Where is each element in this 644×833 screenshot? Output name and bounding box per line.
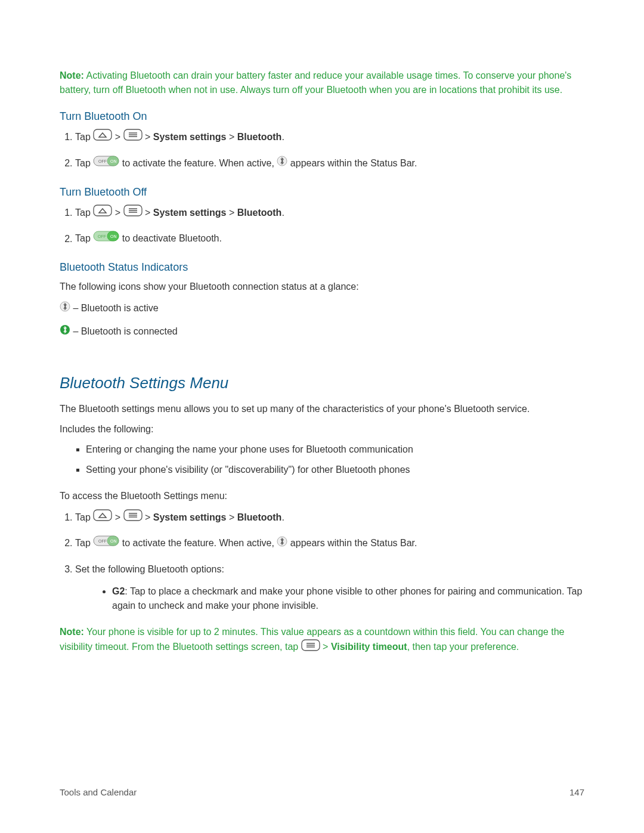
- turn-off-step-2: Tap OFFON to deactivate Bluetooth.: [75, 230, 584, 248]
- text-tap: Tap: [75, 132, 91, 142]
- page-footer: Tools and Calendar 147: [60, 787, 584, 797]
- home-icon: [93, 129, 112, 147]
- text-tap: Tap: [75, 512, 91, 522]
- heading-turn-off: Turn Bluetooth Off: [60, 186, 584, 199]
- indicators-intro: The following icons show your Bluetooth …: [60, 280, 584, 294]
- menu-icon: [123, 509, 143, 527]
- note-label: Note:: [60, 627, 84, 637]
- menu-icon: [123, 205, 143, 222]
- bluetooth-active-icon: [277, 155, 287, 172]
- note-label: Note:: [60, 70, 84, 80]
- page-container: Note: Activating Bluetooth can drain you…: [0, 0, 644, 833]
- settings-intro: The Bluetooth settings menu allows you t…: [60, 402, 584, 416]
- turn-on-step-2: Tap OFFON to activate the feature. When …: [75, 155, 584, 173]
- text-bluetooth: Bluetooth: [237, 208, 282, 218]
- toggle-off-on-icon: OFFON: [93, 535, 119, 553]
- note-visibility-timeout: Note: Your phone is visible for up to 2 …: [60, 625, 584, 655]
- text-tap: Tap: [75, 234, 91, 244]
- text-statusbar: appears within the Status Bar.: [290, 158, 417, 168]
- indicator-active-text: – Bluetooth is active: [73, 303, 158, 313]
- includes-item-2: Setting your phone's visibility (or "dis…: [86, 463, 584, 477]
- text-statusbar: appears within the Status Bar.: [290, 538, 417, 548]
- settings-access: To access the Bluetooth Settings menu:: [60, 489, 584, 503]
- text-bluetooth: Bluetooth: [237, 132, 282, 142]
- svg-text:ON: ON: [110, 159, 117, 163]
- sep: >: [115, 132, 120, 142]
- text-set-options: Set the following Bluetooth options:: [75, 564, 224, 574]
- settings-step-1: Tap > > System settings > Bluetooth.: [75, 509, 584, 527]
- text-bluetooth: Bluetooth: [237, 512, 282, 522]
- settings-step-3: Set the following Bluetooth options: G2:…: [75, 561, 584, 613]
- svg-text:OFF: OFF: [98, 234, 106, 239]
- settings-includes-list: Entering or changing the name your phone…: [60, 442, 584, 477]
- sep: >: [229, 132, 234, 142]
- turn-on-step-1: Tap > > System settings > Bluetooth.: [75, 129, 584, 147]
- svg-rect-0: [94, 129, 112, 140]
- toggle-off-on-icon: OFFON: [93, 155, 119, 173]
- svg-text:ON: ON: [110, 234, 117, 239]
- sep: >: [229, 208, 234, 218]
- svg-rect-21: [94, 510, 112, 521]
- turn-off-steps: Tap > > System settings > Bluetooth. Tap…: [60, 205, 584, 249]
- sep: >: [145, 132, 150, 142]
- turn-on-steps: Tap > > System settings > Bluetooth. Tap…: [60, 129, 584, 173]
- menu-icon: [301, 639, 320, 655]
- sep: >: [145, 208, 150, 218]
- includes-item-1: Entering or changing the name your phone…: [86, 442, 584, 457]
- sep: >: [323, 642, 328, 652]
- svg-text:ON: ON: [110, 539, 117, 543]
- text-tap: Tap: [75, 538, 91, 548]
- heading-turn-on: Turn Bluetooth On: [60, 110, 584, 123]
- indicator-connected: – Bluetooth is connected: [60, 323, 584, 340]
- note-bluetooth-drain: Note: Activating Bluetooth can drain you…: [60, 69, 584, 97]
- text-tap: Tap: [75, 158, 91, 168]
- visibility-timeout-label: Visibility timeout: [331, 642, 407, 652]
- indicator-active: – Bluetooth is active: [60, 300, 584, 317]
- text-system-settings: System settings: [153, 512, 227, 522]
- text-system-settings: System settings: [153, 208, 227, 218]
- bluetooth-active-icon: [60, 301, 70, 318]
- note-text: Activating Bluetooth can drain your batt…: [60, 70, 571, 95]
- home-icon: [93, 205, 112, 222]
- settings-step-2: Tap OFFON to activate the feature. When …: [75, 535, 584, 553]
- text-tap: Tap: [75, 208, 91, 218]
- indicator-connected-text: – Bluetooth is connected: [73, 326, 177, 336]
- text-system-settings: System settings: [153, 132, 227, 142]
- bluetooth-active-icon: [277, 535, 287, 553]
- note2-text2: , then tap your preference.: [407, 642, 519, 652]
- turn-off-step-1: Tap > > System settings > Bluetooth.: [75, 205, 584, 222]
- sep: >: [115, 208, 120, 218]
- footer-section: Tools and Calendar: [60, 787, 137, 797]
- toggle-on-icon: OFFON: [93, 230, 119, 248]
- home-icon: [93, 509, 112, 527]
- settings-includes: Includes the following:: [60, 422, 584, 436]
- heading-indicators: Bluetooth Status Indicators: [60, 261, 584, 274]
- text-deactivate: to deactivate Bluetooth.: [122, 234, 222, 244]
- settings-step-3-sublist: G2: Tap to place a checkmark and make yo…: [75, 584, 584, 613]
- g2-option: G2: Tap to place a checkmark and make yo…: [112, 584, 584, 613]
- sep: >: [229, 512, 234, 522]
- g2-text: : Tap to place a checkmark and make your…: [112, 586, 582, 611]
- sep: >: [145, 512, 150, 522]
- g2-label: G2: [112, 586, 125, 596]
- sep: >: [115, 512, 120, 522]
- svg-text:OFF: OFF: [98, 159, 107, 163]
- footer-page-number: 147: [569, 787, 584, 797]
- text-activate: to activate the feature. When active,: [122, 538, 274, 548]
- svg-text:OFF: OFF: [98, 539, 107, 543]
- settings-steps: Tap > > System settings > Bluetooth. Tap…: [60, 509, 584, 613]
- menu-icon: [123, 129, 143, 147]
- svg-rect-10: [94, 205, 112, 216]
- text-activate: to activate the feature. When active,: [122, 158, 274, 168]
- bluetooth-connected-icon: [60, 324, 70, 341]
- section-settings-menu: Bluetooth Settings Menu: [60, 374, 584, 392]
